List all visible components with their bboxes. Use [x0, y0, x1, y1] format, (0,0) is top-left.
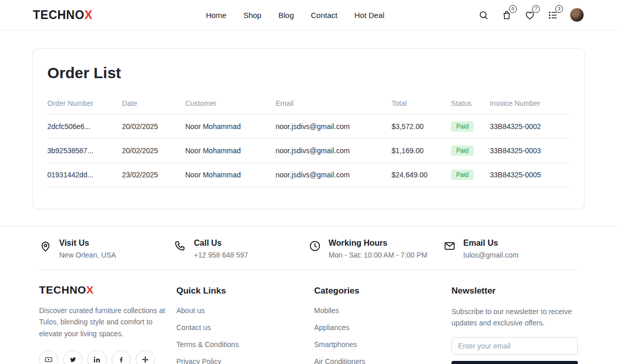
logo-accent: X	[84, 8, 93, 22]
contact-title: Visit Us	[59, 239, 116, 248]
search-icon	[478, 10, 489, 21]
status-badge: Paid	[451, 145, 474, 156]
nav-blog[interactable]: Blog	[278, 11, 294, 20]
cell-invoice: 33B84325-0002	[490, 115, 570, 139]
status-badge: Paid	[451, 121, 474, 132]
main-nav: Home Shop Blog Contact Hot Deal	[185, 11, 384, 20]
col-email: Email	[276, 95, 392, 115]
quick-links-list: About us Contact us Terms & Conditions P…	[176, 306, 314, 364]
footer-description: Discover curated furniture collections a…	[39, 305, 169, 339]
footer-categories-column: Categories Mobiles Appliances Smartphone…	[314, 284, 451, 364]
main-content: Order List Order Number Date Customer Em…	[0, 48, 617, 209]
col-customer: Customer	[185, 95, 276, 115]
nav-shop[interactable]: Shop	[243, 11, 261, 20]
newsletter-title: Newsletter	[451, 286, 578, 296]
contact-title: Call Us	[194, 239, 248, 248]
link-contact-us[interactable]: Contact us	[176, 323, 314, 332]
footer-logo-text: TECHNO	[39, 284, 86, 296]
table-row[interactable]: 01931442dd... 23/02/2025 Noor Mohammad n…	[47, 163, 570, 187]
header-icons: 0 7 3	[477, 8, 584, 22]
slack-icon	[141, 355, 150, 364]
footer-logo[interactable]: TECHNOX	[39, 284, 176, 296]
logo-text: TECHNO	[33, 8, 84, 22]
col-order-number: Order Number	[47, 95, 122, 115]
order-list-card: Order List Order Number Date Customer Em…	[32, 48, 585, 209]
footer: TECHNOX Discover curated furniture colle…	[0, 270, 617, 364]
cell-date: 20/02/2025	[122, 115, 185, 139]
social-linkedin[interactable]	[87, 350, 106, 364]
contact-email-us: Email Us tulos@gmail.com	[443, 239, 578, 259]
twitter-icon	[68, 355, 77, 364]
contact-visit-us: Visit Us New Orlean, USA	[39, 239, 174, 259]
cell-status: Paid	[451, 139, 489, 163]
cell-email: noor.jsdivs@gmail.com	[276, 139, 392, 163]
clock-icon	[308, 240, 321, 252]
logo[interactable]: TECHNOX	[33, 8, 93, 22]
phone-icon	[174, 240, 187, 252]
footer-newsletter-column: Newsletter Subscribe to our newsletter t…	[451, 284, 578, 364]
facebook-icon	[117, 355, 125, 364]
contact-title: Email Us	[463, 239, 519, 248]
table-row[interactable]: 2dcfc506e6... 20/02/2025 Noor Mohammad n…	[47, 115, 570, 139]
contact-title: Working Hours	[329, 239, 427, 248]
cell-customer: Noor Mohammad	[185, 163, 276, 187]
orders-badge: 3	[555, 5, 563, 13]
cell-invoice: 33B84325-0005	[490, 163, 570, 187]
cart-badge: 0	[509, 5, 517, 13]
envelope-icon	[443, 240, 456, 252]
link-about-us[interactable]: About us	[176, 306, 314, 315]
footer-logo-accent: X	[86, 284, 94, 296]
wishlist-button[interactable]: 7	[523, 9, 536, 21]
category-air-conditioners[interactable]: Air Conditioners	[314, 357, 451, 364]
orders-button[interactable]: 3	[547, 9, 559, 21]
col-status: Status	[451, 95, 489, 115]
linkedin-icon	[93, 355, 101, 364]
contact-call-us: Call Us +12 958 648 597	[174, 239, 308, 259]
cell-total: $1,169.00	[392, 139, 451, 163]
nav-hot-deal[interactable]: Hot Deal	[354, 11, 384, 20]
cell-total: $24,649.00	[392, 163, 451, 187]
table-header-row: Order Number Date Customer Email Total S…	[47, 95, 570, 115]
contact-detail: New Orlean, USA	[59, 251, 116, 259]
location-pin-icon	[39, 240, 52, 252]
col-invoice-number: Invoice Number	[490, 95, 570, 115]
footer-brand-column: TECHNOX Discover curated furniture colle…	[39, 284, 176, 364]
orders-table: Order Number Date Customer Email Total S…	[47, 95, 570, 187]
search-button[interactable]	[477, 9, 489, 21]
status-badge: Paid	[451, 170, 474, 180]
social-slack[interactable]	[136, 350, 155, 364]
categories-list: Mobiles Appliances Smartphones Air Condi…	[314, 306, 451, 364]
cell-date: 23/02/2025	[122, 163, 185, 187]
link-terms[interactable]: Terms & Conditions	[176, 340, 314, 349]
subscribe-button[interactable]: Subscribe	[451, 361, 578, 364]
social-youtube[interactable]	[39, 350, 58, 364]
col-total: Total	[392, 95, 451, 115]
avatar[interactable]	[570, 8, 584, 22]
cell-status: Paid	[451, 163, 489, 187]
cell-total: $3,572.00	[392, 115, 451, 139]
contact-detail: +12 958 648 597	[194, 251, 248, 259]
contact-working-hours: Working Hours Mon - Sat: 10:00 AM - 7:00…	[308, 239, 443, 259]
cell-customer: Noor Mohammad	[185, 115, 276, 139]
cart-button[interactable]: 0	[500, 9, 513, 21]
social-twitter[interactable]	[63, 350, 82, 364]
header: TECHNOX Home Shop Blog Contact Hot Deal …	[0, 0, 617, 30]
newsletter-email-input[interactable]	[451, 337, 578, 355]
social-facebook[interactable]	[112, 350, 131, 364]
contact-detail: tulos@gmail.com	[463, 251, 519, 259]
categories-title: Categories	[314, 286, 451, 296]
category-mobiles[interactable]: Mobiles	[314, 306, 451, 315]
cell-order-number: 01931442dd...	[47, 163, 122, 187]
table-row[interactable]: 3b92538587... 20/02/2025 Noor Mohammad n…	[47, 139, 570, 163]
nav-home[interactable]: Home	[206, 11, 226, 20]
social-links	[39, 350, 176, 364]
cell-email: noor.jsdivs@gmail.com	[276, 115, 392, 139]
nav-contact[interactable]: Contact	[311, 11, 338, 20]
cell-customer: Noor Mohammad	[185, 139, 276, 163]
cell-order-number: 2dcfc506e6...	[47, 115, 122, 139]
contact-strip: Visit Us New Orlean, USA Call Us +12 958…	[0, 226, 617, 259]
category-appliances[interactable]: Appliances	[314, 323, 451, 332]
cell-status: Paid	[451, 115, 489, 139]
link-privacy[interactable]: Privacy Policy	[176, 357, 314, 364]
category-smartphones[interactable]: Smartphones	[314, 340, 451, 349]
